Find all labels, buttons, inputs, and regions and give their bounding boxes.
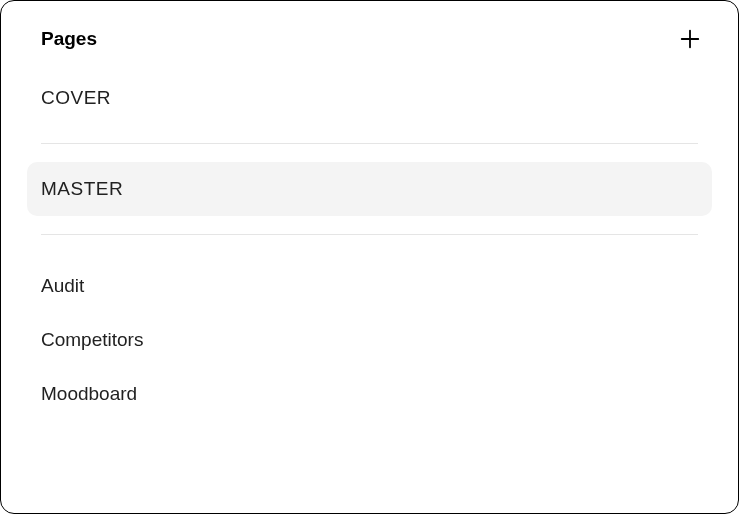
page-item-audit[interactable]: Audit xyxy=(1,259,738,313)
pages-panel: Pages COVER MASTER Audit Competitors Moo… xyxy=(0,0,739,514)
page-item-competitors[interactable]: Competitors xyxy=(1,313,738,367)
pages-title: Pages xyxy=(41,28,97,50)
page-list: COVER MASTER Audit Competitors Moodboard xyxy=(1,71,738,421)
page-item-cover[interactable]: COVER xyxy=(1,71,738,125)
add-page-button[interactable] xyxy=(676,25,704,53)
divider xyxy=(41,143,698,144)
pages-header: Pages xyxy=(1,1,738,65)
page-item-moodboard[interactable]: Moodboard xyxy=(1,367,738,421)
page-item-master[interactable]: MASTER xyxy=(27,162,712,216)
plus-icon xyxy=(679,28,701,50)
page-sublist: Audit Competitors Moodboard xyxy=(1,253,738,421)
divider xyxy=(41,234,698,235)
